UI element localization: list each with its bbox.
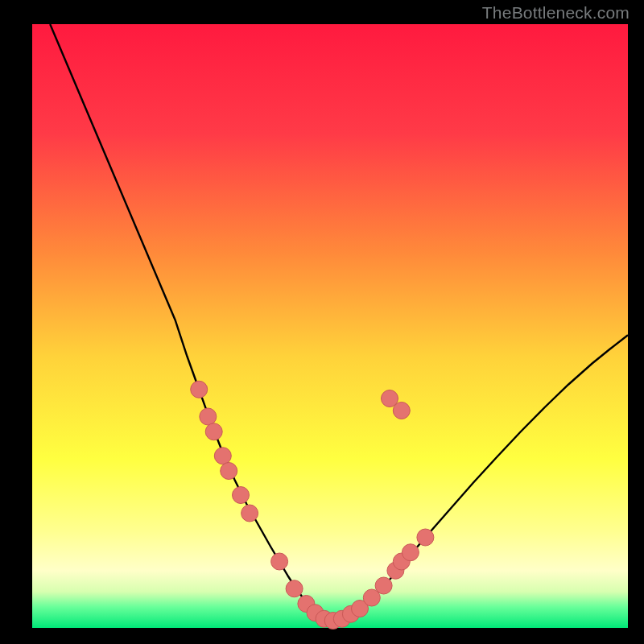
data-marker [242,505,258,522]
plot-area [32,24,628,628]
data-marker [214,448,231,464]
data-marker [271,553,288,570]
data-marker [233,487,250,504]
data-marker [402,544,419,561]
data-marker [286,580,303,597]
chart-frame: TheBottleneck.com [0,0,644,644]
data-marker [417,529,434,546]
data-marker [393,402,410,419]
watermark-text: TheBottleneck.com [482,3,630,23]
data-marker [375,577,392,594]
data-marker [205,423,222,440]
data-marker [191,381,208,398]
data-marker [221,463,237,480]
data-marker [200,408,217,425]
chart-svg [32,24,628,628]
gradient-background [32,24,628,628]
